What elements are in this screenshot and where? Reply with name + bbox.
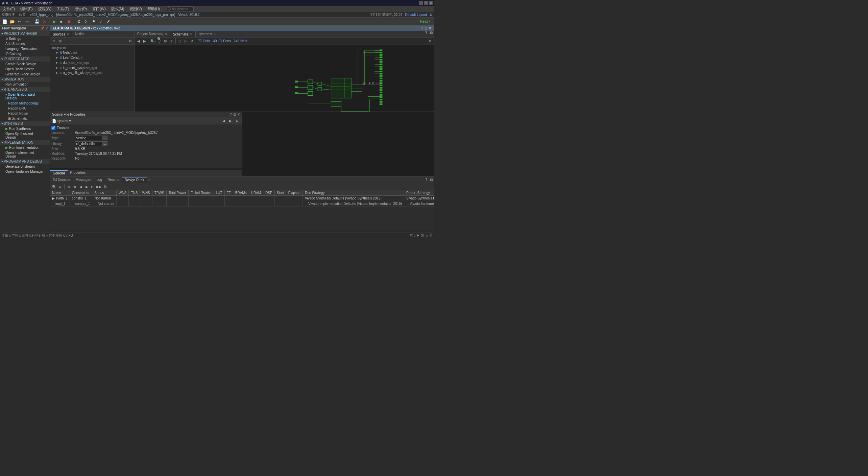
dr-next-btn[interactable]: ▶ bbox=[84, 184, 90, 189]
nav-open-hardware-manager[interactable]: Open Hardware Manager bbox=[0, 169, 50, 174]
menu-help[interactable]: 帮助(H) bbox=[146, 6, 161, 11]
menu-tools[interactable]: 工具(T) bbox=[55, 6, 70, 11]
src-hierarchy-btn[interactable]: ⊞ bbox=[57, 38, 63, 44]
tab-sch-close[interactable]: ✕ bbox=[190, 32, 193, 36]
nav-report-noise[interactable]: Report Noise bbox=[0, 111, 50, 116]
sch-sel-btn[interactable]: ⊹ bbox=[169, 38, 174, 44]
tree-row-clk-wiz[interactable]: ▶ ① u_sys_clk_wiz (sys_clk_wiz) bbox=[51, 71, 134, 75]
nav-language-templates[interactable]: Language Templates bbox=[0, 46, 50, 51]
schematic-help-icon[interactable]: ? bbox=[424, 31, 429, 37]
tab-system-v[interactable]: system.v ✕ bbox=[196, 31, 219, 37]
sfp-type-input[interactable] bbox=[75, 136, 102, 140]
tab-reports[interactable]: Reports bbox=[105, 177, 122, 182]
src-list-view-btn[interactable]: ≡ bbox=[51, 38, 57, 44]
sfp-help-icon[interactable]: ? bbox=[230, 113, 232, 116]
flag-button[interactable]: ⚑ bbox=[90, 18, 97, 25]
nav-generate-bitstream[interactable]: Generate Bitstream bbox=[0, 164, 50, 169]
nav-settings[interactable]: ⚙Settings bbox=[0, 36, 50, 41]
sfp-tab-general[interactable]: General bbox=[50, 170, 68, 176]
nav-run-simulation[interactable]: Run Simulation bbox=[0, 82, 50, 87]
nav-generate-block-design[interactable]: Generate Block Design bbox=[0, 72, 50, 77]
bottom-panel-help[interactable]: ? bbox=[424, 178, 429, 182]
menu-reports[interactable]: 报告(P) bbox=[73, 6, 88, 11]
schematic-restore-icon[interactable]: ⊡ bbox=[429, 31, 434, 37]
dr-last-btn[interactable]: ⏭ bbox=[90, 184, 96, 189]
save-button[interactable]: 💾 bbox=[33, 18, 40, 25]
dr-percent-btn[interactable]: % bbox=[102, 184, 108, 189]
menu-flow[interactable]: 流程(W) bbox=[37, 6, 53, 11]
elab-restore-icon[interactable]: ⊡ bbox=[425, 26, 427, 30]
flow-nav-pin-icon[interactable]: 📌 bbox=[40, 26, 44, 30]
tab-ps-close[interactable]: ✕ bbox=[165, 32, 167, 36]
tab-log[interactable]: Log bbox=[94, 177, 105, 182]
minimize-button[interactable]: ─ bbox=[419, 1, 423, 5]
nav-open-elaborated-design[interactable]: ▾ Open Elaborated Design bbox=[0, 92, 50, 101]
tree-row-system[interactable]: ⊞ system bbox=[51, 46, 134, 50]
nav-open-implemented-design[interactable]: Open Implemented Design bbox=[0, 150, 50, 159]
program-debug-header[interactable]: ▾ PROGRAM AND DEBUG bbox=[0, 159, 50, 164]
dr-add-btn[interactable]: ⊕ bbox=[66, 184, 71, 189]
sfp-back-btn[interactable]: ◀ bbox=[221, 118, 226, 123]
sch-zoom-out-btn[interactable]: 🔍- bbox=[150, 38, 156, 44]
check-button[interactable]: ✓ bbox=[98, 18, 104, 25]
sch-refresh-btn[interactable]: ↺ bbox=[189, 38, 195, 44]
sfp-settings-btn[interactable]: ⚙ bbox=[235, 118, 240, 123]
sch-fit-btn[interactable]: ⊠ bbox=[163, 38, 168, 44]
sfp-type-btn[interactable]: ... bbox=[102, 136, 107, 140]
sfp-restore-icon[interactable]: ⊡ bbox=[233, 113, 236, 116]
bottom-panel-close[interactable]: ✕ bbox=[148, 178, 151, 182]
new-button[interactable]: 📄 bbox=[1, 18, 8, 25]
tab-design-runs[interactable]: Design Runs bbox=[122, 177, 147, 183]
nav-report-drc[interactable]: Report DRC bbox=[0, 106, 50, 111]
tab-sources[interactable]: Sources ✕ bbox=[50, 31, 72, 37]
simulation-header[interactable]: ▾ SIMULATION bbox=[0, 77, 50, 82]
tab-sources-close[interactable]: ✕ bbox=[67, 32, 69, 36]
sfp-enabled-checkbox[interactable] bbox=[51, 126, 55, 130]
tab-netlist[interactable]: Netlist bbox=[72, 31, 88, 37]
ip-integrator-header[interactable]: ▾ IP INTEGRATOR bbox=[0, 56, 50, 62]
tab-project-summary[interactable]: Project Summary ✕ bbox=[135, 31, 170, 37]
project-manager-header[interactable]: ▾ PROJECT MANAGER bbox=[0, 31, 50, 36]
title-bar-controls[interactable]: ─ □ ✕ bbox=[419, 1, 433, 5]
nav-report-methodology[interactable]: Report Methodology bbox=[0, 101, 50, 106]
quick-access-input[interactable] bbox=[167, 6, 194, 12]
tab-sv-close[interactable]: ✕ bbox=[213, 32, 216, 36]
sch-forward-btn[interactable]: ▶ bbox=[142, 38, 147, 44]
sch-prev-btn[interactable]: ◁ bbox=[177, 38, 183, 44]
table-row[interactable]: impl_1 constrs_1 Not started bbox=[50, 201, 434, 207]
tree-row-reset-sys[interactable]: ▶ ① ip_reset_sys (reset_sys) bbox=[51, 66, 134, 70]
elab-close-icon[interactable]: ✕ bbox=[429, 26, 431, 30]
sfp-library-input[interactable] bbox=[75, 141, 102, 146]
tab-schematic[interactable]: Schematic ✕ bbox=[170, 31, 196, 37]
delete-button[interactable]: ✕ bbox=[41, 18, 48, 25]
tree-row-dut[interactable]: ▶ ① dut (e203_soc_top) bbox=[51, 61, 134, 65]
dr-search-btn[interactable]: 🔍 bbox=[51, 184, 57, 189]
menu-window[interactable]: 窗口(W) bbox=[91, 6, 107, 11]
menu-view[interactable]: 视图(V) bbox=[128, 6, 143, 11]
tree-row-nets[interactable]: ▶ ⊞ Nets (246) bbox=[51, 50, 134, 55]
nav-schematic[interactable]: ⊞ Schematic bbox=[0, 116, 50, 121]
tab-tcl-console[interactable]: Tcl Console bbox=[50, 177, 73, 182]
sfp-forward-btn[interactable]: ▶ bbox=[228, 118, 233, 123]
sfp-close-icon[interactable]: ✕ bbox=[237, 113, 240, 116]
close-button[interactable]: ✕ bbox=[429, 1, 433, 5]
step-button[interactable]: ⏭ bbox=[58, 18, 65, 25]
run-button[interactable]: ▶ bbox=[51, 18, 57, 25]
open-button[interactable]: 📂 bbox=[9, 18, 16, 25]
schematic-canvas[interactable]: 英 ♪ ▶ 简 ☺ ⚙ bbox=[135, 45, 434, 112]
synthesis-header[interactable]: ▾ SYNTHESIS bbox=[0, 121, 50, 126]
nav-create-block-design[interactable]: Create Block Design bbox=[0, 62, 50, 67]
settings-button[interactable]: ⚙ bbox=[75, 18, 82, 25]
sch-next-btn[interactable]: ▷ bbox=[183, 38, 189, 44]
settings-icon[interactable]: ⚙ bbox=[430, 13, 433, 17]
tab-messages[interactable]: Messages bbox=[73, 177, 94, 182]
menu-edit[interactable]: 编辑(E) bbox=[19, 6, 34, 11]
flow-nav-help-icon[interactable]: ? bbox=[46, 26, 48, 30]
sch-back-btn[interactable]: ◀ bbox=[136, 38, 141, 44]
undo-button[interactable]: ↩ bbox=[16, 18, 23, 25]
menu-file[interactable]: 文件(F) bbox=[1, 6, 16, 11]
nav-ip-catalog[interactable]: IP Catalog bbox=[0, 51, 50, 56]
nav-open-synthesized-design[interactable]: Open Synthesized Design bbox=[0, 131, 50, 140]
nav-add-sources[interactable]: Add Sources bbox=[0, 41, 50, 46]
rtl-analysis-header[interactable]: ▾ RTL ANALYSIS bbox=[0, 87, 50, 92]
